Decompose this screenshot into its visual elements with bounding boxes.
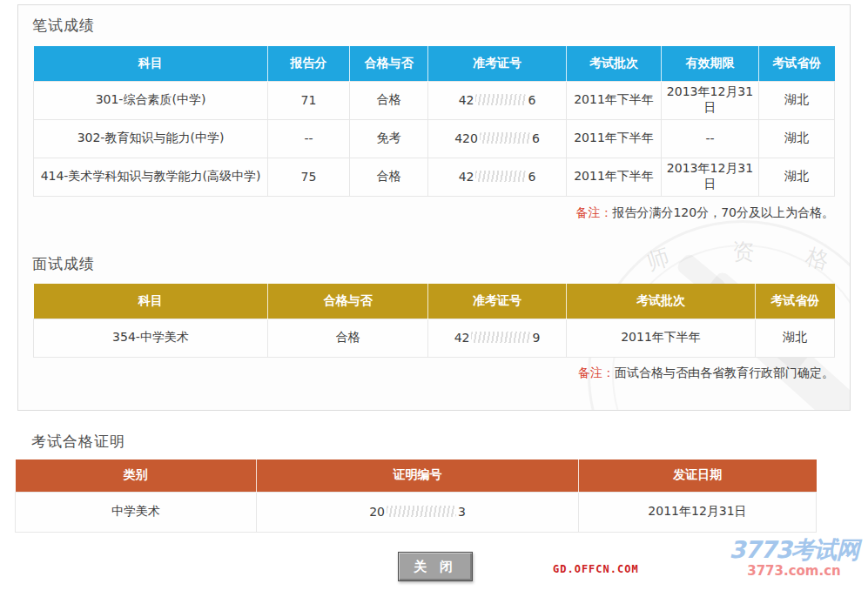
offcn-watermark: GD.OFFCN.COM xyxy=(553,563,639,575)
cell-valid: 2013年12月31日 xyxy=(662,81,759,119)
cert-suffix: 3 xyxy=(458,505,466,519)
cert-prefix: 20 xyxy=(369,505,385,519)
ticket-suffix: 6 xyxy=(532,131,540,145)
cell-category: 中学美术 xyxy=(16,492,257,532)
written-scores-title: 笔试成绩 xyxy=(32,16,95,36)
cell-ticket: 426 xyxy=(428,81,567,119)
cell-batch: 2011年下半年 xyxy=(567,119,662,158)
col-header-issue-date: 发证日期 xyxy=(579,459,817,492)
seal-watermark-char: 格 xyxy=(803,241,833,277)
written-scores-table: 科目 报告分 合格与否 准考证号 考试批次 有效期限 考试省份 301-综合素质… xyxy=(33,46,835,197)
table-row: 中学美术 203 2011年12月31日 xyxy=(16,492,817,532)
redacted-digits xyxy=(387,506,456,517)
col-header-pass: 合格与否 xyxy=(268,284,428,319)
note-label: 备注： xyxy=(578,366,615,379)
cell-province: 湖北 xyxy=(759,119,835,158)
cell-province: 湖北 xyxy=(756,319,835,357)
col-header-valid: 有效期限 xyxy=(662,46,759,81)
ticket-suffix: 6 xyxy=(528,93,535,107)
note-label: 备注： xyxy=(575,205,612,219)
col-header-subject: 科目 xyxy=(34,46,268,81)
cell-subject: 354-中学美术 xyxy=(34,319,268,357)
col-header-ticket: 准考证号 xyxy=(428,46,567,81)
ticket-prefix: 42 xyxy=(454,331,470,345)
cell-batch: 2011年下半年 xyxy=(567,319,756,357)
table-row: 302-教育知识与能力(中学) -- 免考 4206 2011年下半年 -- 湖… xyxy=(34,119,835,158)
table-row: 354-中学美术 合格 429 2011年下半年 湖北 xyxy=(34,319,835,357)
written-header-row: 科目 报告分 合格与否 准考证号 考试批次 有效期限 考试省份 xyxy=(34,46,835,81)
site-logo: 3773考试网 3773.com.cn xyxy=(719,537,868,578)
cell-batch: 2011年下半年 xyxy=(567,158,662,196)
cell-valid: 2013年12月31日 xyxy=(662,158,759,196)
site-logo-domain: 3773.com.cn xyxy=(719,564,868,578)
cell-subject: 301-综合素质(中学) xyxy=(34,81,268,119)
note-text: 面试合格与否由各省教育行政部门确定。 xyxy=(615,366,834,379)
interview-note: 备注：面试合格与否由各省教育行政部门确定。 xyxy=(33,366,834,381)
ticket-suffix: 9 xyxy=(532,331,540,345)
col-header-subject: 科目 xyxy=(34,284,268,319)
cell-subject: 414-美术学科知识与教学能力(高级中学) xyxy=(34,158,268,196)
ticket-suffix: 6 xyxy=(528,170,535,184)
cell-ticket: 426 xyxy=(428,158,567,196)
cell-pass: 合格 xyxy=(268,319,428,357)
col-header-category: 类别 xyxy=(16,459,257,492)
col-header-pass: 合格与否 xyxy=(350,46,428,81)
ticket-prefix: 42 xyxy=(459,93,474,107)
cell-province: 湖北 xyxy=(759,158,835,196)
redacted-digits xyxy=(475,171,526,182)
site-logo-name: 3773考试网 xyxy=(719,537,868,563)
certificate-title: 考试合格证明 xyxy=(31,432,125,452)
col-header-score: 报告分 xyxy=(268,46,350,81)
ticket-prefix: 42 xyxy=(459,170,474,184)
cell-pass: 免考 xyxy=(350,119,428,158)
col-header-province: 考试省份 xyxy=(756,284,835,319)
seal-watermark-char: 资 xyxy=(732,237,755,267)
col-header-batch: 考试批次 xyxy=(567,284,756,319)
cell-score: 71 xyxy=(268,81,350,119)
cell-score: -- xyxy=(268,119,350,158)
cell-valid: -- xyxy=(662,119,759,158)
seal-watermark-char: 师 xyxy=(643,242,674,278)
cell-pass: 合格 xyxy=(350,81,428,119)
certificate-table: 类别 证明编号 发证日期 中学美术 203 2011年12月31日 xyxy=(15,459,817,533)
redacted-digits xyxy=(471,332,530,343)
close-button[interactable]: 关 闭 xyxy=(398,552,473,581)
cell-cert-number: 203 xyxy=(257,492,579,532)
interview-scores-table: 科目 合格与否 准考证号 考试批次 考试省份 354-中学美术 合格 429 2… xyxy=(33,284,835,358)
cell-ticket: 429 xyxy=(428,319,567,357)
col-header-province: 考试省份 xyxy=(759,46,835,81)
cell-pass: 合格 xyxy=(350,158,428,196)
redacted-digits xyxy=(480,132,530,144)
written-note: 备注：报告分满分120分，70分及以上为合格。 xyxy=(33,205,834,221)
certificate-header-row: 类别 证明编号 发证日期 xyxy=(16,459,817,492)
cell-ticket: 4206 xyxy=(428,119,567,158)
table-row: 414-美术学科知识与教学能力(高级中学) 75 合格 426 2011年下半年… xyxy=(34,158,835,196)
note-text: 报告分满分120分，70分及以上为合格。 xyxy=(612,205,834,219)
interview-scores-title: 面试成绩 xyxy=(32,254,95,274)
cell-batch: 2011年下半年 xyxy=(567,81,662,119)
cell-province: 湖北 xyxy=(759,81,835,119)
cell-subject: 302-教育知识与能力(中学) xyxy=(34,119,268,158)
col-header-ticket: 准考证号 xyxy=(428,284,567,319)
cell-issue-date: 2011年12月31日 xyxy=(579,492,817,532)
cell-score: 75 xyxy=(268,158,350,196)
ticket-prefix: 420 xyxy=(454,131,478,145)
table-row: 301-综合素质(中学) 71 合格 426 2011年下半年 2013年12月… xyxy=(34,81,835,119)
col-header-batch: 考试批次 xyxy=(567,46,662,81)
col-header-cert-number: 证明编号 xyxy=(257,459,579,492)
redacted-digits xyxy=(475,94,526,105)
scores-panel: 师 资 格 笔试成绩 科目 报告分 合格与否 准考证号 考试批次 有效期限 考试… xyxy=(17,4,851,411)
interview-header-row: 科目 合格与否 准考证号 考试批次 考试省份 xyxy=(34,284,835,319)
